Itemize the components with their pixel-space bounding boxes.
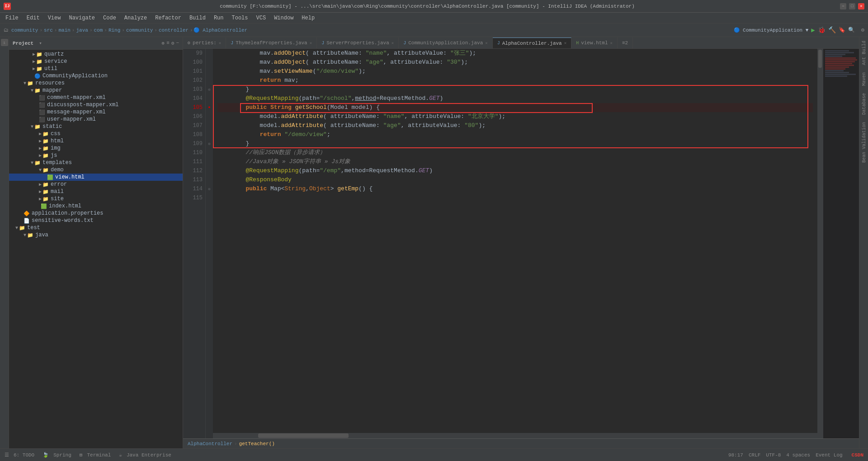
breadcrumb-controller[interactable]: controller	[159, 28, 189, 33]
tree-item-mail[interactable]: ▶ 📁 mail	[9, 188, 183, 195]
horizontal-scrollbar[interactable]	[213, 433, 817, 438]
tree-item-sensitive-words[interactable]: 📄 sensitive-words.txt	[9, 217, 183, 224]
tree-item-html[interactable]: ▶ 📁 html	[9, 137, 183, 145]
tree-item-quartz[interactable]: ▶ 📁 quartz	[9, 51, 183, 58]
tab-close-icon[interactable]: ✕	[610, 41, 613, 46]
vertical-scrollbar[interactable]	[817, 49, 823, 438]
fold-109[interactable]: ⊖	[206, 139, 213, 148]
tree-item-test-java[interactable]: ▼ 📁 java	[9, 231, 183, 239]
menu-view[interactable]: View	[44, 14, 65, 22]
tree-item-util[interactable]: ▶ 📁 util	[9, 65, 183, 72]
bookmark-button[interactable]: 🔖	[839, 27, 845, 33]
menu-file[interactable]: File	[2, 14, 22, 22]
tab-server[interactable]: J ServerProperties.java ✕	[317, 38, 399, 48]
tree-item-demo[interactable]: ▼ 📁 demo	[9, 166, 183, 174]
ant-build-tab[interactable]: Ant Build	[859, 37, 868, 69]
settings-icon[interactable]: ⚙	[171, 40, 175, 46]
menu-window[interactable]: Window	[270, 14, 297, 22]
maximize-button[interactable]: □	[849, 3, 855, 9]
menu-tools[interactable]: Tools	[228, 14, 252, 22]
tab-close-icon[interactable]: ✕	[392, 41, 394, 46]
breadcrumb-java[interactable]: java	[76, 28, 88, 33]
tree-item-mapper[interactable]: ▼ 📁 mapper	[9, 87, 183, 94]
tree-item-templates[interactable]: ▼ 📁 templates	[9, 159, 183, 166]
status-java[interactable]: Java Enterprise	[127, 452, 171, 458]
run-config-name[interactable]: CommunityApplication ▼	[743, 28, 808, 33]
tree-item-comment-mapper[interactable]: ⬛ comment-mapper.xml	[9, 94, 183, 101]
breadcrumb-class[interactable]: 🔵 AlphaController	[193, 27, 248, 33]
settings-button[interactable]: ⚙	[861, 27, 864, 33]
build-button[interactable]: 🔨	[828, 26, 836, 34]
bean-validation-tab[interactable]: Bean Validation	[859, 118, 868, 166]
tree-item-user-mapper[interactable]: ⬛ user-mapper.xml	[9, 116, 183, 123]
scrollbar-thumb[interactable]	[258, 433, 349, 438]
tab-close-icon[interactable]: ✕	[219, 41, 221, 46]
tab-more[interactable]: ≡2	[618, 38, 633, 48]
event-log[interactable]: Event Log	[816, 452, 842, 458]
menu-analyze[interactable]: Analyze	[121, 14, 151, 22]
tab-close-icon[interactable]: ✕	[564, 41, 566, 46]
breadcrumb-community2[interactable]: community	[126, 28, 153, 33]
menu-edit[interactable]: Edit	[23, 14, 43, 22]
breadcrumb-main[interactable]: main	[58, 28, 70, 33]
tree-item-community-app[interactable]: 🔵 CommunityApplication	[9, 72, 183, 80]
code-content[interactable]: mav.addObject( attributeName: "name", at…	[213, 49, 817, 438]
path-item-controller[interactable]: AlphaController	[188, 441, 232, 447]
menu-code[interactable]: Code	[99, 14, 120, 22]
menu-vcs[interactable]: VCS	[253, 14, 270, 22]
fold-105[interactable]: ●	[206, 103, 213, 112]
breadcrumb-src[interactable]: src	[44, 28, 53, 33]
indent[interactable]: 4 spaces	[786, 452, 810, 458]
menu-run[interactable]: Run	[210, 14, 227, 22]
breadcrumb-community[interactable]: community	[11, 28, 38, 33]
minimize-button[interactable]: −	[840, 3, 846, 9]
menu-refactor[interactable]: Refactor	[151, 14, 185, 22]
path-item-method[interactable]: getTeacher()	[239, 441, 275, 447]
locate-file-icon[interactable]: ⊕	[162, 40, 165, 46]
tree-item-resources[interactable]: ▼ 📁 resources	[9, 80, 183, 87]
debug-button[interactable]: 🐞	[818, 26, 826, 34]
menu-help[interactable]: Help	[298, 14, 318, 22]
status-todo[interactable]: 6: TODO	[14, 452, 34, 458]
tree-item-discusspost-mapper[interactable]: ⬛ discusspost-mapper.xml	[9, 101, 183, 108]
tree-item-css[interactable]: ▶ 📁 css	[9, 130, 183, 137]
menu-navigate[interactable]: Navigate	[65, 14, 99, 22]
menu-build[interactable]: Build	[186, 14, 209, 22]
line-ending[interactable]: CRLF	[749, 452, 760, 458]
tab-close-icon[interactable]: ✕	[485, 41, 487, 46]
run-button[interactable]: ▶	[811, 26, 815, 34]
search-everywhere-button[interactable]: 🔍	[848, 27, 855, 33]
tab-alpha-controller[interactable]: J AlphaController.java ✕	[493, 38, 571, 48]
close-button[interactable]: ✕	[858, 3, 864, 9]
tree-item-error[interactable]: ▶ 📁 error	[9, 181, 183, 188]
fold-103[interactable]: ⊖	[206, 85, 213, 94]
tree-item-service[interactable]: ▶ 📁 service	[9, 58, 183, 65]
breadcrumb-ring[interactable]: Ring	[108, 28, 120, 33]
tab-thymeleaf[interactable]: J ThymeleafProperties.java ✕	[226, 38, 317, 48]
tab-community-app[interactable]: J CommunityApplication.java ✕	[399, 38, 492, 48]
tree-item-img[interactable]: ▶ 📁 img	[9, 145, 183, 152]
tree-item-site[interactable]: ▶ 📁 site	[9, 195, 183, 202]
status-spring[interactable]: Spring	[53, 452, 71, 458]
encoding[interactable]: UTF-8	[766, 452, 781, 458]
tree-item-static[interactable]: ▼ 📁 static	[9, 123, 183, 130]
tab-view-html[interactable]: H view.html ✕	[571, 38, 618, 48]
maven-tab[interactable]: Maven	[859, 69, 868, 89]
tree-item-index-html[interactable]: 🟩 index.html	[9, 202, 183, 210]
tab-properties[interactable]: ⚙ perties: ✕	[183, 38, 226, 48]
csdn-label[interactable]: CSDN	[852, 452, 863, 458]
tab-close-icon[interactable]: ✕	[310, 41, 312, 46]
tree-item-application-props[interactable]: 🔶 application.properties	[9, 210, 183, 217]
status-terminal[interactable]: Terminal	[87, 452, 111, 458]
tree-item-message-mapper[interactable]: ⬛ message-mapper.xml	[9, 108, 183, 116]
database-tab[interactable]: Database	[859, 89, 868, 118]
breadcrumb-com[interactable]: com	[94, 28, 103, 33]
tree-item-test[interactable]: ▼ 📁 test	[9, 224, 183, 231]
tree-item-js[interactable]: ▶ 📁 js	[9, 152, 183, 159]
project-panel-toggle[interactable]: 1	[1, 39, 8, 46]
tree-item-view-html[interactable]: 🟩 view.html	[9, 174, 183, 181]
collapse-all-icon[interactable]: ≡	[166, 40, 170, 46]
scrollbar-thumb-v[interactable]	[818, 50, 822, 68]
panel-minimize-icon[interactable]: −	[176, 40, 179, 46]
fold-114[interactable]: ⊖	[206, 184, 213, 193]
